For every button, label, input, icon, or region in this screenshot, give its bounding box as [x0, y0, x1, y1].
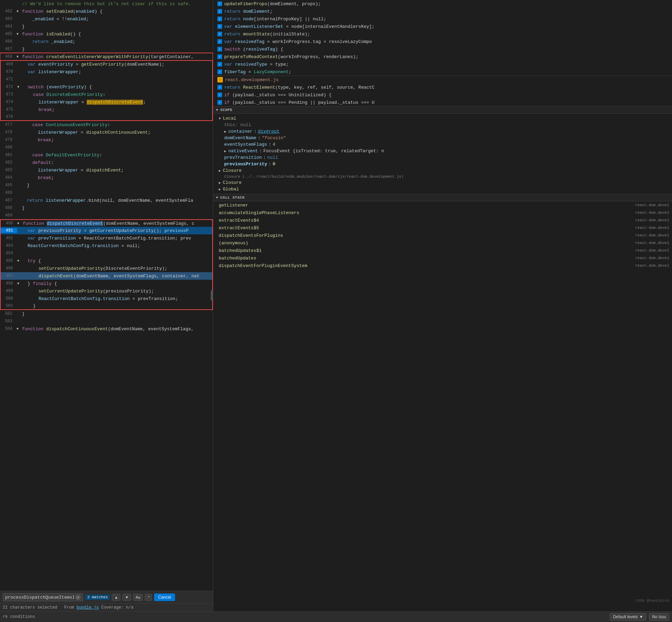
- case-sensitive-button[interactable]: Aa: [133, 594, 142, 601]
- call-stack-item[interactable]: extractEvents$5 react-dom.devel: [213, 224, 672, 232]
- breakpoint-checkbox[interactable]: [217, 16, 222, 21]
- breakpoint-checkbox[interactable]: [217, 92, 222, 97]
- debug-item[interactable]: var elementListenerSet = node[internalEv…: [213, 23, 672, 30]
- line-number: 475: [1, 107, 17, 112]
- scope-local-label: Local: [223, 116, 236, 121]
- fold-arrow[interactable]: ▼: [17, 282, 22, 286]
- breakpoint-checkbox[interactable]: [217, 100, 222, 105]
- scope-section: ▼ Scope ▼ Local this: null ▶ container :…: [213, 107, 672, 194]
- debug-item[interactable]: var resolvedTag = workInProgress.tag = r…: [213, 38, 672, 45]
- code-content: return listenerWrapper.bind(null, domEve…: [21, 198, 213, 203]
- breakpoint-checkbox[interactable]: [217, 47, 222, 52]
- scope-container-val[interactable]: div#root: [258, 129, 279, 134]
- line-number: 481: [0, 153, 17, 157]
- search-input[interactable]: [5, 595, 74, 600]
- line-number: 468: [0, 54, 17, 59]
- no-issues-button[interactable]: No Issu: [649, 613, 669, 621]
- fold-arrow[interactable]: ▼: [17, 55, 21, 59]
- scope-header[interactable]: ▼ Scope: [213, 107, 672, 114]
- breakpoint-text: switch (resolvedTag) {: [224, 47, 283, 52]
- debug-item[interactable]: fiberTag = LazyComponent;: [213, 68, 672, 76]
- breakpoint-text: updateFiberProps(domElement, props);: [224, 1, 321, 7]
- call-stack-item[interactable]: getListener react-dom.devel: [213, 201, 672, 209]
- breakpoint-checkbox[interactable]: [217, 62, 222, 67]
- breakpoint-checkbox[interactable]: [217, 9, 222, 14]
- line-number: 504: [0, 326, 17, 331]
- call-stack-item[interactable]: dispatchEventsForPlugins react-dom.devel: [213, 232, 672, 239]
- call-stack-item[interactable]: accumulateSinglePhaseListeners react-dom…: [213, 209, 672, 216]
- breakpoint-checkbox[interactable]: [217, 69, 222, 74]
- fold-arrow[interactable]: ▼: [17, 222, 22, 225]
- prev-match-button[interactable]: ▲: [112, 594, 120, 601]
- code-content: }: [21, 206, 213, 211]
- code-line: 476: [0, 113, 213, 121]
- scope-local-header[interactable]: ▼ Local: [213, 115, 672, 122]
- fold-arrow[interactable]: ▼: [17, 85, 22, 89]
- debug-item[interactable]: prepareToReadContext(workInProgress, ren…: [213, 53, 672, 60]
- scope-native-event[interactable]: ▶ nativeEvent : FocusEvent {isTrusted: t…: [213, 148, 672, 154]
- fold-arrow[interactable]: ▼: [17, 10, 21, 13]
- debug-item[interactable]: if (payload._status === Uninitialized) {: [213, 91, 672, 99]
- bottom-right-controls: Default levels ▼ No Issu: [610, 613, 669, 621]
- scope-prev-transition: prevTransition : null: [213, 154, 672, 161]
- cancel-search-button[interactable]: Cancel: [154, 593, 175, 601]
- next-match-button[interactable]: ▼: [122, 594, 131, 601]
- scrollbar-thumb[interactable]: [211, 290, 213, 301]
- code-line: 502 }: [0, 310, 213, 318]
- breakpoint-checkbox[interactable]: [217, 32, 222, 36]
- fold-arrow[interactable]: ▼: [17, 259, 22, 263]
- breakpoint-checkbox[interactable]: [217, 54, 222, 59]
- code-content: function createEventListenerWrapperWithP…: [21, 54, 213, 59]
- fold-arrow[interactable]: ▼: [17, 327, 21, 331]
- debug-item[interactable]: return domElement;: [213, 8, 672, 15]
- default-levels-button[interactable]: Default levels ▼: [610, 613, 646, 621]
- file-link[interactable]: bundle.js: [76, 605, 99, 610]
- debug-item[interactable]: return node[internalPropsKey] || null;: [213, 15, 672, 23]
- breakpoints-section: updateFiberProps(domElement, props); ret…: [213, 0, 672, 76]
- breakpoint-checkbox[interactable]: [217, 85, 222, 90]
- scope-closure2-header[interactable]: ▶ Closure: [213, 179, 672, 186]
- call-stack-item[interactable]: dispatchEventForPluginEventSystem react-…: [213, 262, 672, 269]
- code-line: // We'd like to remove this but it's not…: [0, 0, 213, 8]
- line-number: 503: [0, 319, 17, 324]
- code-content: function isEnabled() {: [21, 32, 213, 37]
- line-number: 502: [0, 311, 17, 316]
- call-stack-header[interactable]: ▼ Call Stack: [213, 194, 672, 201]
- call-stack-item[interactable]: batchedUpdates$1 react-dom.devel: [213, 247, 672, 254]
- scope-event-flags-key: eventSystemFlags: [224, 142, 267, 147]
- close-search-button[interactable]: ✕: [75, 595, 81, 600]
- debug-item[interactable]: var resolvedType = type;: [213, 60, 672, 68]
- code-line: 495 ▼ try {: [0, 257, 213, 265]
- code-content: case DiscreteEventPriority:: [22, 92, 212, 97]
- breakpoint-checkbox[interactable]: [217, 24, 222, 29]
- react-file-header[interactable]: ⚛ react.development.js: [213, 76, 672, 84]
- debug-panel: updateFiberProps(domElement, props); ret…: [213, 0, 672, 611]
- breakpoint-text: fiberTag = LazyComponent;: [224, 69, 291, 75]
- breakpoint-checkbox[interactable]: [217, 1, 222, 6]
- code-line: 499 setCurrentUpdatePriority(previousPri…: [0, 287, 213, 295]
- call-stack-item[interactable]: (anonymous) react-dom.devel: [213, 239, 672, 247]
- code-area[interactable]: // We'd like to remove this but it's not…: [0, 0, 213, 591]
- scope-global-header[interactable]: ▶ Global: [213, 186, 672, 192]
- scope-container-key: container: [228, 129, 252, 134]
- debug-item[interactable]: switch (resolvedTag) {: [213, 45, 672, 53]
- breakpoint-checkbox[interactable]: [217, 39, 222, 44]
- line-number: 498: [1, 281, 17, 286]
- line-number: 479: [0, 137, 17, 142]
- debug-item[interactable]: return mountState(initialState);: [213, 30, 672, 38]
- regex-button[interactable]: .*: [145, 594, 152, 601]
- scope-container[interactable]: ▶ container : div#root: [213, 128, 672, 135]
- debug-item[interactable]: updateFiberProps(domElement, props);: [213, 0, 672, 8]
- debug-item[interactable]: return ReactElement(type, key, ref, self…: [213, 84, 672, 91]
- call-stack-item[interactable]: batchedUpdates react-dom.devel: [213, 254, 672, 262]
- line-number: 462: [0, 9, 17, 14]
- fold-arrow[interactable]: ▼: [17, 32, 21, 36]
- scope-this-text: this: null: [224, 122, 251, 127]
- call-stack-item[interactable]: extractEvents$4 react-dom.devel: [213, 216, 672, 224]
- scope-closure-header[interactable]: ▶ Closure: [213, 167, 672, 174]
- debug-item[interactable]: if (payload._status === Pending || paylo…: [213, 99, 672, 106]
- code-content: ReactCurrentBatchConfig.transition = pre…: [22, 296, 212, 301]
- code-line: 481 case DefaultEventPriority:: [0, 151, 213, 159]
- scope-expand-arrow: ▶: [219, 169, 221, 173]
- code-line: 466 return _enabled;: [0, 38, 213, 45]
